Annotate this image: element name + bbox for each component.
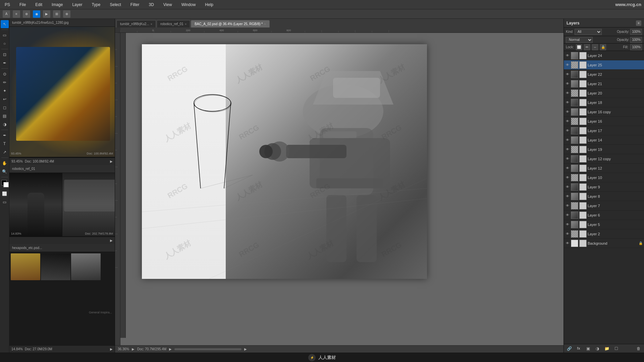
menu-ps[interactable]: PS (3, 2, 12, 8)
layer-item[interactable]: 👁Layer 8 (564, 192, 644, 201)
canvas-arrow-2[interactable]: ▶ (169, 347, 172, 351)
align-option[interactable]: ≡ (13, 10, 20, 18)
add-style-btn[interactable]: fx (575, 345, 582, 352)
layer-visibility-toggle[interactable]: 👁 (565, 222, 570, 227)
ref-image-panel-2[interactable] (9, 173, 115, 236)
layer-visibility-toggle[interactable]: 👁 (565, 232, 570, 236)
menu-layer[interactable]: Layer (70, 2, 84, 8)
layer-visibility-toggle[interactable]: 👁 (565, 241, 570, 246)
canvas-tab-3[interactable]: BAC_A_02.psd @ 36.4% (Layer 25, RGB/8) *… (191, 20, 269, 27)
zoom-tool[interactable]: 🔍 (1, 168, 9, 176)
layer-item[interactable]: 👁Layer 21 (564, 79, 644, 88)
layer-item[interactable]: 👁Layer 2 (564, 229, 644, 239)
canvas-tab-2-close[interactable]: × (185, 22, 186, 26)
lock-pixels-btn[interactable]: ✏ (584, 44, 590, 50)
menu-type[interactable]: Type (90, 2, 102, 8)
layer-item[interactable]: 👁Layer 19 (564, 145, 644, 154)
layer-item[interactable]: 👁Layer 12 (564, 164, 644, 173)
ref-panel-tab-3[interactable]: hexapods_etc.psd... (9, 244, 115, 252)
crop-tool[interactable]: ⊡ (1, 51, 9, 59)
pen-tool[interactable]: ✒ (1, 131, 9, 139)
add-mask-btn[interactable]: ▣ (585, 345, 591, 352)
ref-arrow-2[interactable]: ▶ (110, 239, 113, 242)
ref-image-display-1[interactable]: 93.45% Doc: 100.8M/92.4M (9, 27, 115, 158)
layer-item[interactable]: 👁Layer 16 (564, 117, 644, 126)
ref-arrow-1[interactable]: ▶ (110, 160, 113, 163)
layer-visibility-toggle[interactable]: 👁 (565, 213, 570, 218)
layer-item[interactable]: 👁Layer 10 (564, 173, 644, 182)
layer-visibility-toggle[interactable]: 👁 (565, 203, 570, 208)
layer-item[interactable]: 👁Layer 22 (564, 70, 644, 79)
brush-option[interactable]: ◉ (33, 10, 40, 18)
layer-item[interactable]: 👁Layer 24 (564, 51, 644, 60)
layer-kind-select[interactable]: All Pixel Adjustment Shape (575, 29, 602, 35)
history-tool[interactable]: ↩ (1, 95, 9, 103)
lock-transparent-btn[interactable]: ⬜ (576, 44, 582, 50)
layer-item[interactable]: 👁Layer 6 (564, 210, 644, 220)
opacity-input[interactable] (630, 29, 642, 35)
layer-visibility-toggle[interactable]: 👁 (565, 166, 570, 171)
add-adjustment-btn[interactable]: ◑ (594, 345, 601, 352)
layer-item[interactable]: 👁Layer 25 (564, 60, 644, 70)
canvas-scrollbar[interactable] (174, 348, 241, 350)
move-tool[interactable]: ↖ (1, 20, 9, 28)
ref-arrow-3[interactable]: ▶ (110, 347, 113, 351)
path-tool[interactable]: ↗ (1, 148, 9, 156)
layer-item[interactable]: 👁Layer 20 (564, 88, 644, 98)
hand-tool[interactable]: ✋ (1, 159, 9, 167)
spot-heal-tool[interactable]: ⊙ (1, 70, 9, 78)
ref-image-panel-3[interactable]: General Inspira... (9, 252, 115, 345)
transform-option[interactable]: ⊕ (23, 10, 30, 18)
layer-item[interactable]: 👁Layer 9 (564, 182, 644, 192)
grid-option[interactable]: ⊞ (53, 10, 60, 18)
layer-item[interactable]: 👁Background🔒 (564, 239, 644, 248)
layer-visibility-toggle[interactable]: 👁 (565, 147, 570, 152)
menu-edit[interactable]: Edit (33, 2, 44, 8)
layer-item[interactable]: 👁Layer 14 (564, 135, 644, 145)
canvas-tab-1[interactable]: tumblr_n9fl8rjKu2... × (116, 20, 156, 27)
layer-item[interactable]: 👁Layer 18 (564, 98, 644, 107)
eyedropper-tool[interactable]: ✒ (1, 59, 9, 67)
create-group-btn[interactable]: 📁 (603, 345, 610, 352)
canvas-tab-2[interactable]: robotics_ref_01 × (157, 20, 190, 27)
menu-select[interactable]: Select (108, 2, 123, 8)
screen-mode-tool[interactable]: ▭ (1, 198, 9, 206)
layer-visibility-toggle[interactable]: 👁 (565, 157, 570, 161)
settings-option[interactable]: ⊗ (63, 10, 70, 18)
layer-visibility-toggle[interactable]: 👁 (565, 119, 570, 124)
fill-input[interactable] (630, 44, 642, 50)
layer-visibility-toggle[interactable]: 👁 (565, 63, 570, 67)
lock-all-btn[interactable]: 🔒 (600, 44, 606, 50)
layer-item[interactable]: 👁Layer 5 (564, 220, 644, 229)
create-layer-btn[interactable]: ☐ (613, 345, 620, 352)
text-tool[interactable]: T (1, 140, 9, 148)
canvas-tab-1-close[interactable]: × (151, 22, 152, 26)
layer-item[interactable]: 👁Layer 12 copy (564, 154, 644, 164)
ref-panel-tab-1[interactable]: tumblr_n9fl8rjKu21rfnw6zo1_1280.jpg (9, 19, 115, 27)
menu-view[interactable]: View (161, 2, 174, 8)
delete-layer-btn[interactable]: 🗑 (635, 345, 642, 352)
menu-file[interactable]: File (17, 2, 28, 8)
play-option[interactable]: ▶ (43, 10, 50, 18)
layer-visibility-toggle[interactable]: 👁 (565, 138, 570, 142)
layer-visibility-toggle[interactable]: 👁 (565, 175, 570, 180)
gradient-tool[interactable]: ▤ (1, 112, 9, 120)
rectangle-select-tool[interactable]: ▭ (1, 31, 9, 39)
canvas-wrapper[interactable]: 0 200 400 600 800 (115, 27, 564, 345)
canvas-arrow-3[interactable]: ▶ (244, 347, 247, 351)
layer-visibility-toggle[interactable]: 👁 (565, 91, 570, 96)
menu-window[interactable]: Window (179, 2, 198, 8)
layer-visibility-toggle[interactable]: 👁 (565, 110, 570, 114)
photoshop-canvas[interactable]: RRCG 人人素材 RRCG 人人素材 人人素材 RRCG 人人素材 RRCG … (142, 44, 427, 279)
layer-visibility-toggle[interactable]: 👁 (565, 185, 570, 189)
dodge-tool[interactable]: ◑ (1, 120, 9, 128)
clone-tool[interactable]: ✦ (1, 87, 9, 95)
canvas-arrow[interactable]: ▶ (132, 347, 135, 351)
ref-panel-tab-2[interactable]: robotics_ref_01 (9, 165, 115, 173)
layer-visibility-toggle[interactable]: 👁 (565, 53, 570, 58)
layer-item[interactable]: 👁Layer 16 copy (564, 107, 644, 117)
menu-help[interactable]: Help (203, 2, 215, 8)
layer-item[interactable]: 👁Layer 7 (564, 201, 644, 210)
quick-mask-tool[interactable]: ⬜ (1, 190, 9, 198)
opacity2-input[interactable] (630, 37, 642, 43)
